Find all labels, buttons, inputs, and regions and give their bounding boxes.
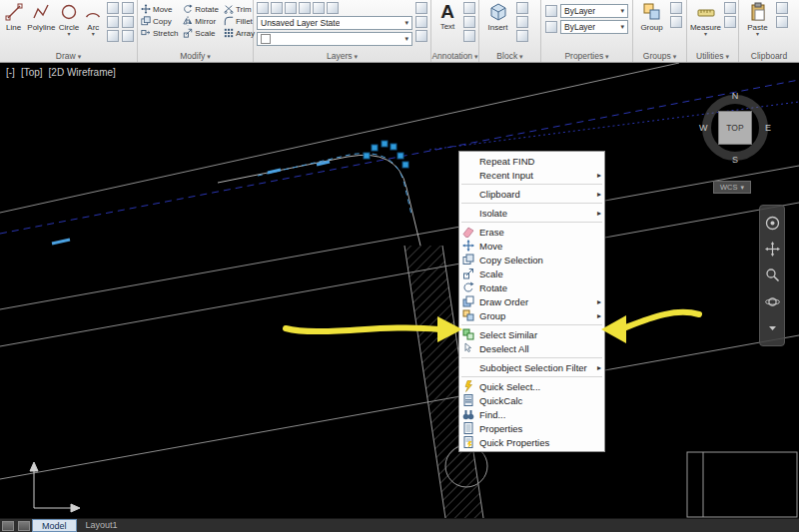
edit-attribute-icon[interactable] — [516, 16, 528, 28]
menu-item-copy-selection[interactable]: Copy Selection — [459, 253, 604, 266]
group-tool-button[interactable]: Group — [636, 2, 667, 32]
orbit-icon[interactable] — [765, 294, 780, 309]
menu-item-clipboard[interactable]: Clipboard — [459, 187, 604, 201]
menu-item-properties[interactable]: Properties — [459, 421, 604, 435]
array-tool-button[interactable]: Array — [224, 28, 255, 38]
menu-item-quick-properties[interactable]: Quick Properties — [459, 435, 604, 449]
layout-list-icon[interactable] — [18, 521, 30, 531]
layer-thaw-icon[interactable] — [415, 16, 427, 28]
menu-item-subobject-selection-filter[interactable]: Subobject Selection Filter — [459, 360, 604, 374]
point-icon[interactable] — [122, 16, 134, 28]
menu-item-draw-order[interactable]: Draw Order — [459, 294, 604, 308]
selection-grips[interactable] — [364, 141, 408, 168]
compass-north[interactable]: N — [732, 91, 739, 101]
compass-west[interactable]: W — [699, 123, 708, 133]
manage-attributes-icon[interactable] — [516, 30, 528, 42]
layer-properties-icon[interactable] — [257, 2, 269, 14]
create-block-icon[interactable] — [516, 2, 528, 14]
ellipse-icon[interactable] — [107, 16, 119, 28]
layer-off-icon[interactable] — [271, 2, 283, 14]
rectangle-icon[interactable] — [107, 2, 119, 14]
match-properties-icon[interactable] — [545, 5, 557, 17]
selected-polyline[interactable] — [52, 154, 411, 244]
tab-model[interactable]: Model — [32, 519, 77, 532]
trim-tool-button[interactable]: Trim — [224, 4, 255, 14]
measure-tool-button[interactable]: Measure ▾ — [690, 2, 721, 37]
layer-unlock-icon[interactable] — [415, 30, 427, 42]
viewport-control-visual-style[interactable]: [2D Wireframe] — [49, 67, 116, 78]
paste-tool-button[interactable]: Paste ▾ — [742, 2, 773, 37]
menu-item-rotate[interactable]: Rotate — [459, 280, 604, 294]
menu-item-scale[interactable]: Scale — [459, 266, 604, 280]
model-space-icon[interactable] — [2, 521, 14, 531]
pan-icon[interactable] — [765, 242, 780, 257]
menu-item-repeat-find[interactable]: Repeat FIND — [459, 154, 604, 168]
zoom-icon[interactable] — [765, 267, 780, 282]
insert-tool-button[interactable]: Insert — [482, 2, 513, 32]
layers-panel-label[interactable]: Layers — [254, 50, 430, 62]
navbar-more-icon[interactable] — [765, 320, 780, 335]
menu-item-group[interactable]: Group — [459, 308, 604, 322]
dimension-icon[interactable] — [463, 2, 475, 14]
line-tool-button[interactable]: Line — [3, 2, 24, 32]
layer-isolate-icon[interactable] — [313, 2, 325, 14]
cut-icon[interactable] — [776, 16, 788, 28]
copy-clip-icon[interactable] — [776, 2, 788, 14]
utilities-panel-label[interactable]: Utilities — [687, 50, 738, 62]
layer-lock-icon[interactable] — [299, 2, 311, 14]
linetype-icon[interactable] — [545, 21, 557, 33]
group-edit-icon[interactable] — [670, 16, 682, 28]
viewport-control-view[interactable]: [Top] — [21, 67, 43, 78]
table-icon[interactable] — [463, 30, 475, 42]
road-edge-lines[interactable] — [0, 63, 799, 479]
road-corner-curve[interactable] — [218, 155, 420, 246]
compass-east[interactable]: E — [765, 123, 771, 133]
stretch-tool-button[interactable]: Stretch — [141, 28, 178, 38]
menu-item-select-similar[interactable]: Select Similar — [459, 327, 604, 341]
linetype-dropdown[interactable]: ByLayer ▾ — [560, 20, 628, 34]
compass-south[interactable]: S — [732, 155, 738, 165]
groups-panel-label[interactable]: Groups — [633, 50, 686, 62]
object-color-dropdown[interactable]: ByLayer ▾ — [560, 4, 628, 18]
hatch-icon[interactable] — [107, 30, 119, 42]
block-panel-label[interactable]: Block — [479, 50, 540, 62]
building-outline[interactable] — [687, 452, 797, 517]
arc-tool-button[interactable]: Arc ▾ — [83, 2, 104, 37]
viewcube-top-face[interactable]: TOP — [718, 111, 752, 145]
menu-item-isolate[interactable]: Isolate — [459, 206, 604, 220]
region-icon[interactable] — [122, 30, 134, 42]
layer-match-icon[interactable] — [327, 2, 339, 14]
menu-item-quickcalc[interactable]: QuickCalc — [459, 393, 604, 407]
modify-panel-label[interactable]: Modify — [138, 50, 253, 62]
spline-icon[interactable] — [122, 2, 134, 14]
id-point-icon[interactable] — [724, 2, 736, 14]
quick-calculator-icon[interactable] — [724, 16, 736, 28]
layer-freeze-icon[interactable] — [285, 2, 297, 14]
copy-tool-button[interactable]: Copy — [141, 16, 178, 26]
drawing-viewport[interactable]: [-] [Top] [2D Wireframe] — [0, 63, 799, 518]
menu-item-deselect-all[interactable]: Deselect All — [459, 341, 604, 355]
circle-tool-button[interactable]: Circle ▾ — [58, 2, 79, 37]
rotate-tool-button[interactable]: Rotate — [183, 4, 219, 14]
ungroup-icon[interactable] — [670, 2, 682, 14]
layer-walk-icon[interactable] — [415, 2, 427, 14]
properties-panel-label[interactable]: Properties — [541, 50, 632, 62]
leader-icon[interactable] — [463, 16, 475, 28]
tab-layout1[interactable]: Layout1 — [77, 519, 127, 532]
layer-state-dropdown[interactable]: Unsaved Layer State ▾ — [257, 16, 412, 30]
mirror-tool-button[interactable]: Mirror — [183, 16, 219, 26]
menu-item-erase[interactable]: Erase — [459, 225, 604, 239]
menu-item-recent-input[interactable]: Recent Input — [459, 168, 604, 182]
scale-tool-button[interactable]: Scale — [183, 28, 219, 38]
viewport-control-minimize[interactable]: [-] — [6, 67, 15, 78]
steering-wheel-icon[interactable] — [765, 216, 780, 231]
layer-dropdown[interactable]: ▾ — [257, 32, 412, 46]
draw-panel-label[interactable]: Draw — [0, 50, 137, 62]
clipboard-panel-label[interactable]: Clipboard — [739, 50, 799, 62]
fillet-tool-button[interactable]: Fillet — [224, 16, 255, 26]
annotation-panel-label[interactable]: Annotation — [431, 50, 478, 62]
menu-item-find[interactable]: Find... — [459, 407, 604, 421]
menu-item-quick-select[interactable]: Quick Select... — [459, 379, 604, 393]
wcs-selector[interactable]: WCS ▾ — [713, 181, 751, 194]
menu-item-move[interactable]: Move — [459, 239, 604, 253]
